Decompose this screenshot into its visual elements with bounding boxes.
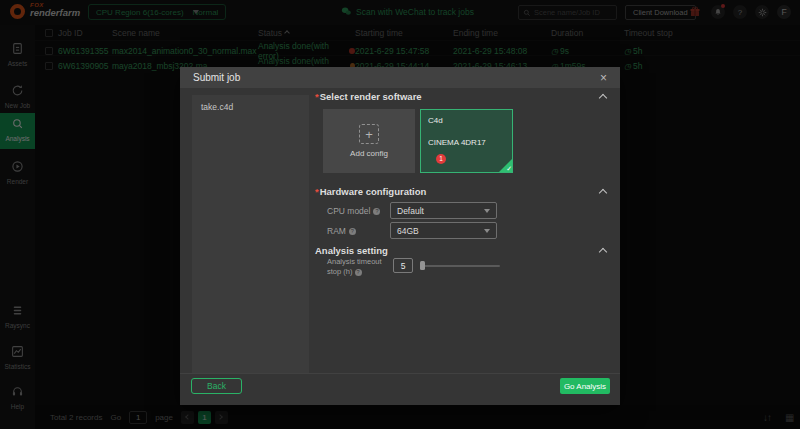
scene-file-panel: take.c4d — [192, 95, 309, 373]
info-icon: ? — [373, 208, 380, 215]
scene-file-item[interactable]: take.c4d — [192, 95, 309, 119]
slider-track[interactable] — [420, 265, 500, 267]
cpu-model-label: CPU model ? — [327, 206, 380, 216]
info-icon: ? — [349, 228, 356, 235]
selected-software-card[interactable]: C4d CINEMA 4DR17 1 ✓ — [420, 109, 513, 173]
chevron-down-icon — [484, 209, 490, 213]
collapse-software-icon[interactable] — [599, 94, 607, 102]
info-icon: ? — [355, 269, 362, 276]
check-icon: ✓ — [506, 165, 512, 173]
ram-select[interactable]: 64GB — [390, 222, 497, 239]
modal-footer-divider — [180, 373, 620, 374]
chevron-down-icon — [484, 229, 490, 233]
ram-label: RAM ? — [327, 226, 356, 236]
add-config-card[interactable]: + Add config — [323, 109, 415, 173]
go-analysis-button[interactable]: Go Analysis — [560, 378, 610, 394]
modal-title: Submit job — [193, 72, 240, 83]
timeout-slider[interactable] — [420, 258, 500, 273]
slider-handle[interactable] — [420, 261, 425, 270]
close-icon[interactable]: × — [600, 72, 607, 84]
modal-header: Submit job × — [180, 67, 620, 88]
section-title-analysis: Analysis setting — [315, 245, 388, 256]
plus-icon: + — [359, 124, 379, 144]
config-count-badge: 1 — [436, 154, 446, 164]
cpu-model-select[interactable]: Default — [390, 202, 497, 219]
back-button[interactable]: Back — [191, 378, 242, 394]
add-config-label: Add config — [350, 149, 388, 158]
section-title-hardware: Hardware configuration — [315, 186, 426, 197]
section-title-software: Select render software — [315, 91, 422, 102]
timeout-label: Analysis timeout stop (h) ? — [327, 257, 391, 277]
ram-value: 64GB — [397, 226, 419, 236]
collapse-hardware-icon[interactable] — [599, 189, 607, 197]
submit-job-modal: Submit job × take.c4d Select render soft… — [180, 67, 620, 405]
collapse-analysis-icon[interactable] — [599, 248, 607, 256]
software-name: C4d — [428, 116, 505, 125]
cpu-model-value: Default — [397, 206, 424, 216]
timeout-input[interactable] — [393, 258, 413, 273]
software-version: CINEMA 4DR17 — [428, 138, 486, 147]
